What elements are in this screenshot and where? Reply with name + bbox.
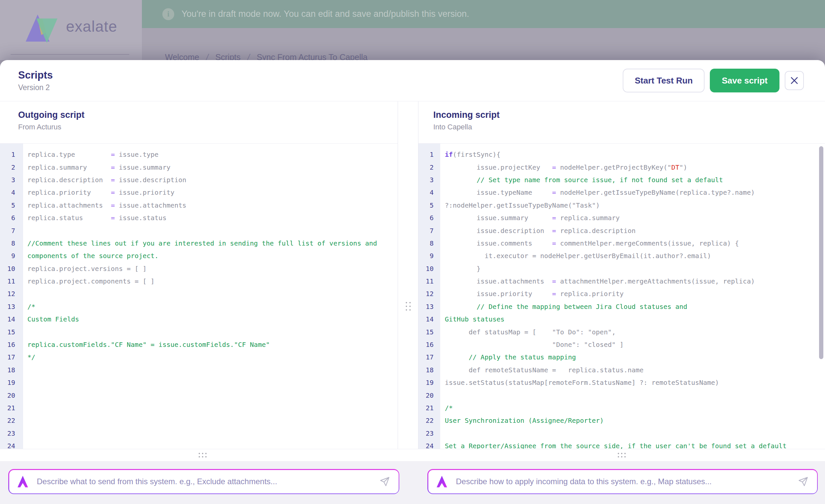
code-line[interactable]: 2replica.summary = issue.summary — [0, 161, 398, 173]
outgoing-code-editor[interactable]: 1replica.type = issue.type2replica.summa… — [0, 144, 398, 449]
code-line[interactable]: 17*/ — [0, 351, 398, 363]
code-line[interactable]: 20 — [419, 389, 825, 401]
code-line[interactable]: 13/* — [0, 300, 398, 313]
code-line[interactable]: 24 — [0, 440, 398, 449]
incoming-ai-prompt-input[interactable] — [456, 477, 798, 486]
vertical-scrollbar[interactable] — [819, 146, 823, 359]
horizontal-drag-handle-icon[interactable] — [618, 453, 626, 457]
line-number: 24 — [419, 442, 440, 449]
code-line[interactable]: 13 // Define the mapping between Jira Cl… — [419, 300, 825, 313]
code-line-text: Set a Reporter/Assignee from the source … — [440, 442, 787, 449]
code-line[interactable]: 7 — [0, 224, 398, 237]
code-line-text: User Synchronization (Assignee/Reporter) — [440, 417, 604, 424]
code-line-text: it.executor = nodeHelper.getUserByEmail(… — [440, 252, 711, 260]
save-script-button[interactable]: Save script — [710, 69, 779, 92]
incoming-script-panel: Incoming script Into Capella 1if(firstSy… — [418, 101, 825, 449]
line-number: 4 — [419, 189, 440, 196]
code-line-text: issue.summary = replica.summary — [440, 214, 620, 222]
code-line-text: /* — [440, 404, 453, 412]
page-title: Scripts — [18, 69, 53, 81]
incoming-panel-header: Incoming script Into Capella — [419, 101, 825, 144]
code-line[interactable]: 11 issue.attachments = attachmentHelper.… — [419, 275, 825, 287]
code-line[interactable]: 6replica.status = issue.status — [0, 212, 398, 224]
ai-assistant-icon — [16, 475, 30, 489]
line-number: 8 — [0, 239, 23, 247]
code-line[interactable]: 22User Synchronization (Assignee/Reporte… — [419, 414, 825, 427]
code-line[interactable]: 2 issue.projectKey = nodeHelper.getProje… — [419, 161, 825, 173]
code-line[interactable]: 23 — [419, 427, 825, 440]
line-number: 4 — [0, 189, 23, 196]
code-line[interactable]: 4 issue.typeName = nodeHelper.getIssueTy… — [419, 186, 825, 199]
code-line[interactable]: 9 it.executor = nodeHelper.getUserByEmai… — [419, 249, 825, 262]
scripts-modal: Scripts Version 2 Start Test Run Save sc… — [0, 60, 825, 504]
code-line[interactable]: 7 issue.description = replica.descriptio… — [419, 224, 825, 237]
code-line[interactable]: 23 — [0, 427, 398, 440]
code-line-text: // Define the mapping between Jira Cloud… — [440, 303, 687, 310]
code-line[interactable]: 19issue.setStatus(statusMap[remoteForm.S… — [419, 376, 825, 389]
incoming-code-editor[interactable]: 1if(firstSync){2 issue.projectKey = node… — [419, 144, 825, 449]
line-number: 14 — [0, 315, 23, 323]
code-line-text: def statusMap = [ "To Do": "open", — [440, 328, 616, 336]
line-number: 15 — [419, 328, 440, 336]
code-line[interactable]: 1if(firstSync){ — [419, 148, 825, 161]
code-line[interactable]: 24Set a Reporter/Assignee from the sourc… — [419, 440, 825, 449]
code-line-text: issue.setStatus(statusMap[remoteForm.Sta… — [440, 378, 719, 386]
ai-prompt-footer — [0, 461, 825, 504]
line-number: 18 — [0, 366, 23, 374]
code-line[interactable]: 3replica.description = issue.description — [0, 173, 398, 186]
code-line[interactable]: 11replica.project.components = [ ] — [0, 275, 398, 287]
code-line[interactable]: 6 issue.summary = replica.summary — [419, 212, 825, 224]
line-number: 3 — [419, 176, 440, 184]
code-line[interactable]: 9components of the source project. — [0, 249, 398, 262]
code-line[interactable]: 12 issue.priority = replica.priority — [419, 287, 825, 300]
code-line[interactable]: 17 // Apply the status mapping — [419, 351, 825, 363]
code-line-text: issue.priority = replica.priority — [440, 290, 624, 298]
start-test-run-button[interactable]: Start Test Run — [623, 69, 704, 92]
code-line[interactable]: 10replica.project.versions = [ ] — [0, 263, 398, 275]
vertical-drag-handle-icon[interactable] — [405, 302, 410, 310]
code-line[interactable]: 18 — [0, 364, 398, 376]
code-line[interactable]: 5?:nodeHelper.getIssueTypeByName("Task") — [419, 199, 825, 212]
code-line[interactable]: 8//Comment these lines out if you are in… — [0, 237, 398, 249]
code-line[interactable]: 16 "Done": "closed" ] — [419, 338, 825, 351]
draft-mode-banner-text: You're in draft mode now. You can edit a… — [181, 9, 469, 19]
code-line-text: replica.summary = issue.summary — [23, 163, 171, 171]
code-line[interactable]: 8 issue.comments = commentHelper.mergeCo… — [419, 237, 825, 249]
code-line-text: // Apply the status mapping — [440, 353, 576, 361]
code-line[interactable]: 14Custom Fields — [0, 313, 398, 326]
code-line[interactable]: 14GitHub statuses — [419, 313, 825, 326]
send-icon[interactable] — [798, 476, 809, 487]
panel-resize-divider[interactable] — [398, 101, 418, 449]
outgoing-script-panel: Outgoing script From Acturus 1replica.ty… — [0, 101, 398, 449]
close-button[interactable] — [785, 71, 804, 90]
line-number: 10 — [419, 265, 440, 273]
code-line[interactable]: 4replica.priority = issue.priority — [0, 186, 398, 199]
send-icon[interactable] — [379, 476, 390, 487]
code-line[interactable]: 12 — [0, 287, 398, 300]
code-line[interactable]: 22 — [0, 414, 398, 427]
code-line[interactable]: 5replica.attachments = issue.attachments — [0, 199, 398, 212]
code-line-text: ?:nodeHelper.getIssueTypeByName("Task") — [440, 201, 600, 209]
code-line[interactable]: 21 — [0, 402, 398, 414]
code-line-text: issue.description = replica.description — [440, 227, 635, 235]
code-line[interactable]: 19 — [0, 376, 398, 389]
outgoing-ai-prompt-input[interactable] — [37, 477, 379, 486]
code-line[interactable]: 3 // Set type name from source issue, if… — [419, 173, 825, 186]
code-line[interactable]: 18 def remoteStatusName = replica.status… — [419, 364, 825, 376]
code-line[interactable]: 20 — [0, 389, 398, 401]
line-number: 17 — [0, 353, 23, 361]
code-line[interactable]: 15 — [0, 326, 398, 338]
incoming-ai-prompt — [427, 469, 818, 494]
code-line[interactable]: 16replica.customFields."CF Name" = issue… — [0, 338, 398, 351]
code-line[interactable]: 10 } — [419, 263, 825, 275]
horizontal-drag-handle-icon[interactable] — [199, 453, 207, 457]
code-line[interactable]: 21/* — [419, 402, 825, 414]
line-number: 18 — [419, 366, 440, 374]
line-number: 5 — [0, 201, 23, 209]
outgoing-script-subtitle: From Acturus — [18, 123, 398, 131]
code-line[interactable]: 15 def statusMap = [ "To Do": "open", — [419, 326, 825, 338]
code-line-text: replica.type = issue.type — [23, 150, 158, 158]
code-line-text: // Set type name from source issue, if n… — [440, 176, 723, 184]
code-line[interactable]: 1replica.type = issue.type — [0, 148, 398, 161]
line-number: 21 — [419, 404, 440, 412]
